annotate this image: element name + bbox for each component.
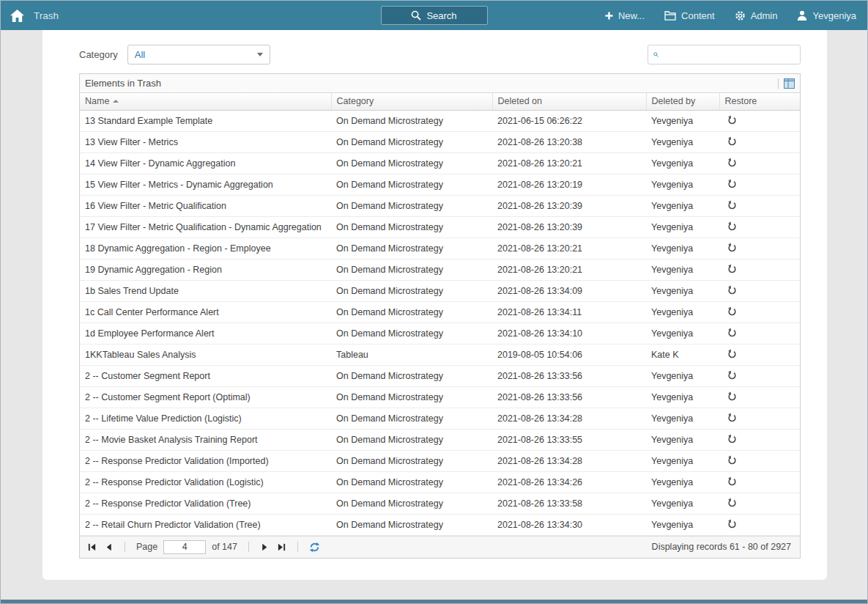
first-page-button[interactable] (86, 541, 98, 553)
restore-undo-icon (727, 327, 738, 338)
restore-button[interactable] (724, 348, 738, 359)
table-row[interactable]: 2 -- Response Predictor Validation (Logi… (80, 471, 800, 493)
new-menu-button[interactable]: New... (605, 10, 645, 21)
cell-deleted-by: Yevgeniya (646, 450, 719, 471)
column-header-deleted-on[interactable]: Deleted on (492, 93, 646, 110)
table-row[interactable]: 17 View Filter - Metric Qualification - … (80, 216, 800, 237)
restore-button[interactable] (724, 221, 738, 232)
table-search-box[interactable] (648, 45, 801, 65)
refresh-button[interactable] (308, 540, 322, 554)
restore-button[interactable] (724, 306, 738, 317)
filter-bar: Category All (79, 45, 801, 65)
restore-button[interactable] (724, 412, 738, 423)
cell-category: On Demand Microstrategy (331, 174, 492, 195)
table-row[interactable]: 13 Standard Example Template On Demand M… (80, 110, 800, 131)
user-menu-button[interactable]: Yevgeniya (797, 10, 856, 21)
table-row[interactable]: 2 -- Response Predictor Validation (Tree… (80, 493, 800, 514)
restore-button[interactable] (724, 327, 738, 338)
table-row[interactable]: 1b Sales Trend Update On Demand Microstr… (80, 280, 800, 301)
restore-button[interactable] (724, 263, 738, 274)
table-row[interactable]: 19 Dynamic Aggregation - Region On Deman… (80, 259, 800, 280)
cell-deleted-on: 2021-08-26 13:20:19 (492, 174, 646, 195)
restore-button[interactable] (724, 284, 738, 295)
restore-undo-icon (727, 221, 738, 232)
content-card: Category All Elements in Trash (42, 30, 827, 580)
restore-undo-icon (727, 433, 738, 444)
page-label: Page (136, 542, 157, 552)
column-header-deleted-by[interactable]: Deleted by (646, 93, 719, 110)
cell-restore (719, 386, 800, 408)
cell-restore (719, 365, 800, 386)
table-row[interactable]: 14 View Filter - Dynamic Aggregation On … (80, 152, 800, 174)
restore-undo-icon (727, 306, 738, 317)
table-row[interactable]: 15 View Filter - Metrics - Dynamic Aggre… (80, 174, 800, 195)
cell-deleted-on: 2021-08-26 13:33:55 (492, 429, 646, 450)
cell-category: On Demand Microstrategy (331, 216, 492, 237)
cell-restore (719, 301, 800, 323)
table-row[interactable]: 13 View Filter - Metrics On Demand Micro… (80, 131, 800, 152)
admin-menu-button[interactable]: Admin (735, 10, 778, 21)
next-page-button[interactable] (259, 541, 271, 553)
cell-category: On Demand Microstrategy (331, 195, 492, 216)
last-page-button[interactable] (275, 541, 288, 553)
restore-button[interactable] (724, 369, 738, 380)
restore-undo-icon (727, 114, 738, 125)
admin-menu-label: Admin (751, 10, 778, 21)
table-row[interactable]: 2 -- Customer Segment Report On Demand M… (80, 365, 800, 386)
restore-button[interactable] (724, 476, 738, 487)
cell-category: On Demand Microstrategy (331, 493, 492, 514)
previous-page-button[interactable] (103, 541, 115, 553)
restore-button[interactable] (724, 114, 738, 125)
search-icon (653, 49, 659, 60)
cell-deleted-on: 2019-08-05 10:54:06 (492, 344, 646, 365)
restore-button[interactable] (724, 178, 738, 189)
restore-button[interactable] (724, 433, 738, 444)
column-header-name[interactable]: Name (80, 93, 331, 110)
cell-category: On Demand Microstrategy (331, 237, 492, 259)
restore-undo-icon (727, 136, 738, 147)
restore-button[interactable] (724, 454, 738, 465)
cell-category: On Demand Microstrategy (331, 450, 492, 471)
table-row[interactable]: 1KKTableau Sales Analysis Tableau 2019-0… (80, 344, 800, 365)
column-settings-button[interactable] (784, 78, 795, 89)
table-row[interactable]: 2 -- Lifetime Value Prediction (Logistic… (80, 408, 800, 429)
home-button[interactable] (10, 10, 24, 22)
next-page-icon (260, 542, 270, 552)
restore-button[interactable] (724, 136, 738, 147)
cell-restore (719, 237, 800, 259)
app-window: Trash Search New... Con (0, 0, 868, 604)
table-row[interactable]: 1d Employee Performance Alert On Demand … (80, 323, 800, 344)
table-row[interactable]: 2 -- Movie Basket Analysis Training Repo… (80, 429, 800, 450)
restore-undo-icon (727, 369, 738, 380)
cell-deleted-by: Yevgeniya (646, 429, 719, 450)
table-row[interactable]: 2 -- Response Predictor Validation (Impo… (80, 450, 800, 471)
cell-restore (719, 152, 800, 174)
category-select[interactable]: All (127, 45, 270, 65)
restore-button[interactable] (724, 518, 738, 529)
cell-name: 13 Standard Example Template (80, 110, 331, 131)
table-row[interactable]: 18 Dynamic Aggregation - Region - Employ… (80, 237, 800, 259)
table-row[interactable]: 16 View Filter - Metric Qualification On… (80, 195, 800, 216)
column-header-restore[interactable]: Restore (719, 93, 800, 110)
table-row[interactable]: 1c Call Center Performance Alert On Dema… (80, 301, 800, 323)
cell-deleted-on: 2021-08-26 13:20:21 (492, 237, 646, 259)
cell-name: 19 Dynamic Aggregation - Region (80, 259, 331, 280)
cell-name: 1KKTableau Sales Analysis (80, 344, 331, 365)
table-row[interactable]: 2 -- Customer Segment Report (Optimal) O… (80, 386, 800, 408)
restore-button[interactable] (724, 242, 738, 253)
restore-button[interactable] (724, 497, 738, 508)
restore-undo-icon (727, 518, 738, 529)
restore-button[interactable] (724, 199, 738, 210)
restore-button[interactable] (724, 157, 738, 168)
table-row[interactable]: 2 -- Retail Churn Predictor Validation (… (80, 514, 800, 535)
content-menu-button[interactable]: Content (664, 10, 715, 21)
cell-category: On Demand Microstrategy (331, 110, 492, 131)
cell-deleted-by: Yevgeniya (646, 152, 719, 174)
header-separator (778, 78, 779, 89)
cell-name: 2 -- Response Predictor Validation (Logi… (80, 471, 331, 493)
column-header-category[interactable]: Category (331, 93, 492, 110)
page-number-input[interactable] (163, 540, 206, 554)
restore-button[interactable] (724, 391, 738, 402)
table-search-input[interactable] (663, 48, 795, 61)
global-search-button[interactable]: Search (381, 6, 488, 25)
